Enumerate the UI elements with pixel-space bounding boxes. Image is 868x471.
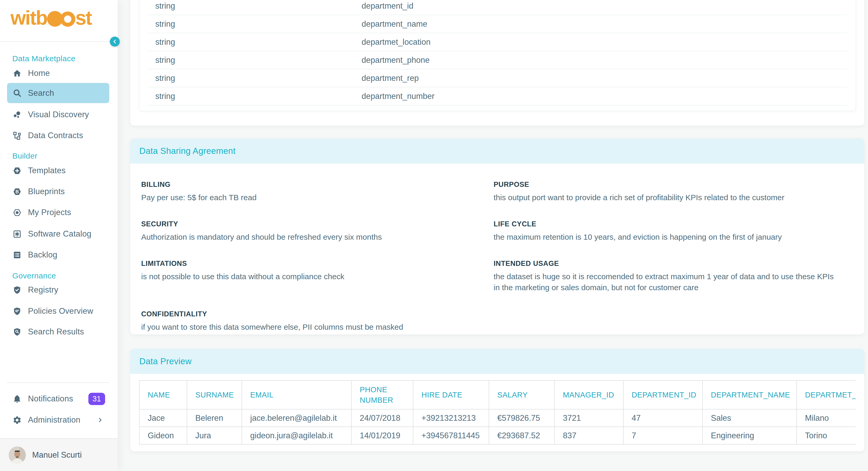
sidebar-item-label: Blueprints	[28, 187, 65, 196]
sidebar-item-registry[interactable]: Registry	[0, 279, 118, 300]
backlog-icon	[12, 251, 22, 260]
divider	[0, 41, 118, 42]
cell: €579826.75	[489, 409, 555, 427]
column-header: NAME	[140, 380, 187, 409]
section-label-data-marketplace: Data Marketplace	[12, 53, 75, 64]
cell: jace.beleren@agilelab.it	[242, 409, 351, 427]
dsa-block-billing: BILLING Pay per use: 5$ for each TB read	[141, 180, 494, 203]
schema-row: string departmet_location	[148, 33, 847, 51]
schema-row: string department_phone	[148, 51, 847, 69]
cell: Engineering	[703, 427, 797, 444]
dsa-label: PURPOSE	[494, 180, 854, 189]
sidebar-item-notifications[interactable]: Notifications 31	[0, 388, 118, 409]
cell: €293687.52	[489, 427, 555, 444]
sidebar-item-search[interactable]: Search	[7, 83, 109, 103]
sidebar-item-home[interactable]: Home	[0, 63, 118, 84]
chevron-right-icon	[96, 416, 104, 424]
dsa-text: the maximum retention is 10 years, and e…	[494, 232, 841, 242]
cell: +394567811445	[413, 427, 489, 444]
schema-row: string department_number	[148, 87, 847, 106]
witboost-logo: witbst	[10, 6, 92, 30]
sidebar-item-policies-overview[interactable]: Policies Overview	[0, 301, 118, 322]
data-sharing-agreement-card: Data Sharing Agreement BILLING Pay per u…	[130, 139, 864, 334]
card-header: Data Sharing Agreement	[130, 139, 864, 164]
card-title: Data Preview	[140, 356, 192, 366]
column-type: string	[148, 56, 175, 65]
column-name: department_id	[362, 1, 413, 11]
column-header: DEPARTMENT_ID	[623, 380, 703, 409]
schema-card: string department_id string department_n…	[130, 0, 864, 126]
column-header: MANAGER_ID	[555, 380, 623, 409]
dsa-label: LIMITATIONS	[141, 259, 494, 268]
logo-text-post: st	[75, 6, 92, 29]
section-label-builder: Builder	[12, 151, 37, 161]
cell: Milano	[797, 409, 856, 427]
sidebar-item-software-catalog[interactable]: Software Catalog	[0, 224, 118, 244]
software-catalog-icon	[12, 230, 22, 239]
sidebar-item-label: Templates	[28, 166, 66, 175]
cell: Jace	[140, 409, 187, 427]
dsa-text: this output port want to provide a rich …	[494, 192, 841, 203]
column-type: string	[148, 37, 175, 47]
preview-table: NAME SURNAME EMAIL PHONE NUMBER HIRE DAT…	[139, 380, 856, 445]
column-header: EMAIL	[242, 380, 351, 409]
column-name: department_number	[362, 92, 435, 101]
logo-oo-icon	[47, 8, 75, 32]
column-header: SALARY	[489, 380, 555, 409]
data-contracts-icon	[12, 131, 22, 140]
dsa-label: CONFIDENTIALITY	[141, 310, 494, 318]
sidebar-item-label: Home	[28, 68, 50, 78]
cell: +39213213213	[413, 409, 489, 427]
svg-text:B: B	[16, 189, 19, 194]
cell: Jura	[187, 427, 242, 444]
sidebar-item-backlog[interactable]: Backlog	[0, 244, 118, 265]
dsa-block-confidentiality: CONFIDENTIALITY if you want to store thi…	[141, 310, 494, 332]
column-header: DEPARTMENT_NAME	[703, 380, 797, 409]
dsa-text: is not possible to use this data without…	[141, 271, 489, 282]
sidebar-item-administration[interactable]: Administration	[0, 410, 118, 431]
templates-icon	[12, 166, 22, 175]
sidebar-item-label: Policies Overview	[28, 306, 93, 316]
dsa-block-intended-usage: INTENDED USAGE the dataset is huge so it…	[494, 259, 854, 293]
cell: 47	[623, 409, 703, 427]
schema-table: string department_id string department_n…	[139, 0, 856, 111]
sidebar-item-my-projects[interactable]: My Projects	[0, 202, 118, 223]
cell: Sales	[703, 409, 797, 427]
column-header: DEPARTMET_LOCATION	[797, 380, 856, 409]
sidebar-item-label: My Projects	[28, 208, 71, 217]
column-type: string	[148, 73, 175, 83]
bell-icon	[12, 394, 22, 404]
dsa-block-limitations: LIMITATIONS is not possible to use this …	[141, 259, 494, 293]
user-name: Manuel Scurti	[32, 450, 82, 460]
sidebar-item-label: Notifications	[28, 394, 73, 404]
dsa-block-purpose: PURPOSE this output port want to provide…	[494, 180, 854, 203]
column-type: string	[148, 19, 175, 29]
registry-shield-icon	[12, 286, 22, 295]
sidebar-item-search-results[interactable]: Search Results	[0, 321, 118, 342]
cell: 3721	[555, 409, 623, 427]
dsa-text: Authorization is mandatory and should be…	[141, 232, 489, 242]
dsa-content: BILLING Pay per use: 5$ for each TB read…	[130, 164, 864, 332]
preview-header-row: NAME SURNAME EMAIL PHONE NUMBER HIRE DAT…	[140, 380, 856, 409]
column-header: PHONE NUMBER	[351, 380, 413, 409]
cell: 7	[623, 427, 703, 444]
sidebar-item-label: Administration	[28, 415, 81, 425]
dsa-label: LIFE CYCLE	[494, 220, 854, 228]
sidebar-collapse-button[interactable]	[110, 37, 120, 47]
column-name: departmet_location	[362, 37, 431, 47]
app: witbst Data Marketplace Home Search Visu…	[0, 0, 868, 471]
cell: gideon.jura@agilelab.it	[242, 427, 351, 444]
sidebar-item-label: Backlog	[28, 250, 57, 260]
card-header: Data Preview	[130, 349, 864, 374]
divider	[7, 382, 109, 383]
policies-shield-icon	[12, 307, 22, 316]
dsa-text: if you want to store this data somewhere…	[141, 322, 489, 332]
sidebar-item-blueprints[interactable]: B Blueprints	[0, 181, 118, 202]
user-profile[interactable]: Manuel Scurti	[0, 438, 118, 471]
schema-row: string department_name	[148, 15, 847, 33]
column-name: department_phone	[362, 56, 430, 65]
sidebar-item-data-contracts[interactable]: Data Contracts	[0, 125, 118, 146]
sidebar-item-templates[interactable]: Templates	[0, 160, 118, 181]
gear-icon	[12, 415, 22, 425]
sidebar-item-visual-discovery[interactable]: Visual Discovery	[0, 104, 118, 125]
